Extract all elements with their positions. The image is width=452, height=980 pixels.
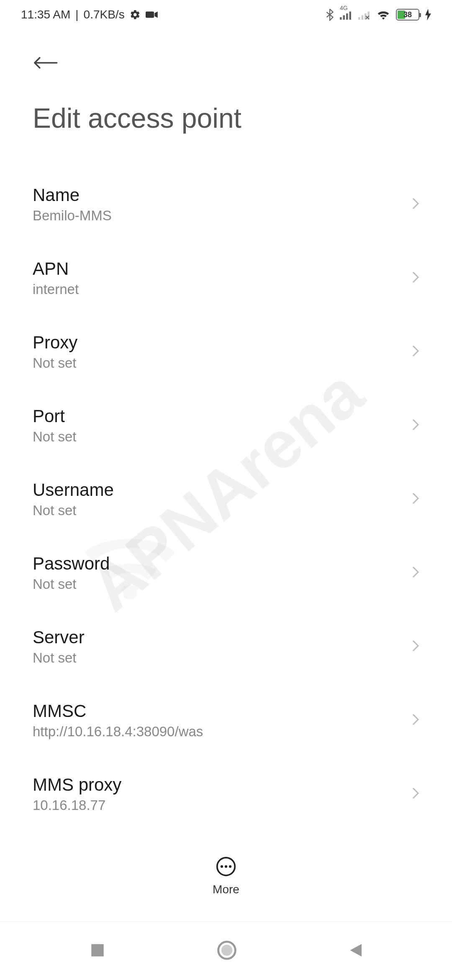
battery-percent: 38 [403, 10, 412, 19]
bluetooth-icon [326, 8, 334, 21]
back-button[interactable] [33, 54, 58, 73]
svg-rect-1 [146, 12, 154, 18]
setting-label: MMS proxy [33, 775, 412, 795]
nav-recent-button[interactable] [89, 942, 106, 960]
setting-name[interactable]: Name Bemilo-MMS [33, 168, 419, 241]
battery-icon: 38 [396, 9, 419, 21]
nav-home-button[interactable] [217, 940, 237, 962]
setting-value: Bemilo-MMS [33, 208, 412, 224]
navigation-bar [0, 921, 452, 980]
status-bar: 11:35 AM | 0.7KB/s 4G 38 [0, 0, 452, 29]
svg-rect-4 [346, 13, 348, 20]
setting-value: Not set [33, 355, 412, 371]
chevron-right-icon [412, 640, 419, 654]
camera-icon [146, 10, 158, 19]
svg-rect-5 [349, 12, 352, 20]
status-time: 11:35 AM [21, 8, 70, 21]
settings-list: Name Bemilo-MMS APN internet Proxy Not s… [0, 168, 452, 831]
setting-label: Password [33, 554, 412, 574]
setting-label: MMSC [33, 701, 412, 721]
svg-point-12 [225, 865, 227, 868]
setting-value: 10.16.18.77 [33, 797, 412, 813]
svg-rect-14 [91, 944, 103, 956]
chevron-right-icon [412, 345, 419, 359]
setting-username[interactable]: Username Not set [33, 462, 419, 536]
page-title: Edit access point [0, 85, 452, 168]
svg-point-16 [221, 944, 232, 955]
setting-apn[interactable]: APN internet [33, 241, 419, 315]
chevron-right-icon [412, 492, 419, 506]
svg-point-13 [229, 865, 231, 868]
chevron-right-icon [412, 713, 419, 727]
setting-value: Not set [33, 650, 412, 666]
chevron-right-icon [412, 566, 419, 580]
chevron-right-icon [412, 271, 419, 285]
svg-rect-2 [340, 17, 342, 20]
charging-icon [425, 9, 431, 21]
signal-4g-icon: 4G [340, 10, 352, 20]
svg-rect-3 [343, 15, 345, 20]
setting-port[interactable]: Port Not set [33, 389, 419, 462]
setting-mms-proxy[interactable]: MMS proxy 10.16.18.77 [33, 757, 419, 831]
nav-back-button[interactable] [348, 942, 363, 960]
setting-server[interactable]: Server Not set [33, 610, 419, 683]
chevron-right-icon [412, 787, 419, 801]
signal-nosim-icon [358, 10, 371, 20]
more-button[interactable] [216, 856, 236, 879]
more-label: More [213, 883, 239, 896]
setting-label: Port [33, 406, 412, 426]
status-speed: 0.7KB/s [84, 8, 125, 21]
svg-rect-7 [362, 15, 364, 20]
svg-point-11 [221, 865, 223, 868]
svg-rect-6 [358, 17, 360, 20]
setting-value: Not set [33, 576, 412, 592]
setting-value: Not set [33, 503, 412, 518]
setting-label: Username [33, 480, 412, 500]
setting-label: Proxy [33, 333, 412, 353]
wifi-icon [377, 9, 390, 20]
setting-label: APN [33, 259, 412, 279]
setting-mmsc[interactable]: MMSC http://10.16.18.4:38090/was [33, 683, 419, 757]
setting-password[interactable]: Password Not set [33, 536, 419, 610]
gear-icon [130, 9, 141, 20]
setting-label: Name [33, 185, 412, 205]
setting-value: http://10.16.18.4:38090/was [33, 724, 412, 740]
chevron-right-icon [412, 197, 419, 211]
status-divider: | [75, 8, 78, 21]
setting-proxy[interactable]: Proxy Not set [33, 315, 419, 389]
setting-value: internet [33, 281, 412, 297]
chevron-right-icon [412, 418, 419, 433]
setting-value: Not set [33, 429, 412, 445]
setting-label: Server [33, 627, 412, 647]
